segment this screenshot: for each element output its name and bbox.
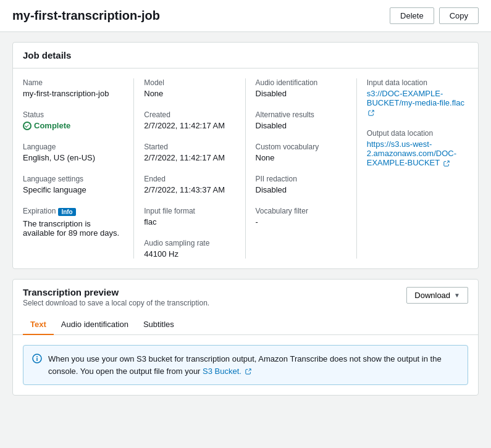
- info-icon: [32, 354, 42, 365]
- tabs-row: Text Audio identification Subtitles: [13, 315, 478, 335]
- job-details-card: Job details Name my-first-transcription-…: [12, 42, 479, 269]
- info-box: When you use your own S3 bucket for tran…: [23, 345, 468, 385]
- model-item: Model None: [144, 78, 235, 98]
- detail-col-2: Model None Created 2/7/2022, 11:42:17 AM…: [134, 78, 245, 259]
- created-label: Created: [144, 110, 235, 119]
- output-location-label: Output data location: [367, 129, 468, 138]
- alt-results-item: Alternative results Disabled: [256, 110, 346, 130]
- input-location-label: Input data location: [367, 78, 468, 87]
- ended-value: 2/7/2022, 11:43:37 AM: [144, 185, 235, 194]
- model-value: None: [144, 89, 235, 98]
- info-text: When you use your own S3 bucket for tran…: [48, 353, 459, 377]
- preview-card-header: Transcription preview Select download to…: [13, 280, 478, 315]
- download-label: Download: [414, 291, 450, 300]
- audio-rate-label: Audio sampling rate: [144, 239, 235, 247]
- header-actions: Delete Copy: [390, 7, 479, 24]
- svg-rect-1: [36, 358, 38, 361]
- output-location-link[interactable]: https://s3.us-west-2.amazonaws.com/DOC-E…: [367, 139, 456, 167]
- tab-content: When you use your own S3 bucket for tran…: [13, 335, 478, 395]
- name-item: Name my-first-transcription-job: [23, 78, 124, 98]
- audio-id-item: Audio identification Disabled: [256, 78, 346, 98]
- svg-point-2: [36, 356, 38, 357]
- model-label: Model: [144, 78, 235, 87]
- s3-bucket-link[interactable]: S3 Bucket.: [203, 367, 251, 376]
- audio-rate-item: Audio sampling rate 44100 Hz: [144, 239, 235, 259]
- tab-text[interactable]: Text: [23, 315, 54, 335]
- started-label: Started: [144, 143, 235, 151]
- transcription-preview-card: Transcription preview Select download to…: [12, 279, 479, 396]
- audio-rate-value: 44100 Hz: [144, 249, 235, 259]
- name-label: Name: [23, 78, 124, 87]
- external-link-icon: [368, 110, 374, 116]
- page-wrapper: my-first-transcription-job Delete Copy J…: [0, 0, 491, 415]
- audio-id-value: Disabled: [256, 89, 346, 98]
- pii-item: PII redaction Disabled: [256, 175, 346, 194]
- expiration-value: The transcription is available for 89 mo…: [23, 219, 124, 238]
- download-button[interactable]: Download ▼: [406, 287, 468, 304]
- pii-value: Disabled: [256, 185, 346, 194]
- header-bar: my-first-transcription-job Delete Copy: [0, 0, 491, 32]
- language-settings-label: Language settings: [23, 175, 124, 183]
- vocab-filter-label: Vocabulary filter: [256, 207, 346, 215]
- custom-vocab-value: None: [256, 153, 346, 162]
- input-format-item: Input file format flac: [144, 207, 235, 226]
- expiration-info-badge[interactable]: Info: [58, 208, 75, 216]
- alt-results-value: Disabled: [256, 121, 346, 130]
- ended-label: Ended: [144, 175, 235, 183]
- audio-id-label: Audio identification: [256, 78, 346, 87]
- language-value: English, US (en-US): [23, 153, 124, 162]
- job-details-card-header: Job details: [13, 43, 478, 68]
- expiration-item: Expiration Info The transcription is ava…: [23, 207, 124, 238]
- input-format-label: Input file format: [144, 207, 235, 215]
- external-link-icon-2: [443, 160, 450, 167]
- input-location-link[interactable]: s3://DOC-EXAMPLE-BUCKET/my-media-file.fl…: [367, 89, 464, 117]
- language-item: Language English, US (en-US): [23, 143, 124, 162]
- expiration-row: Expiration Info: [23, 207, 124, 217]
- page-title: my-first-transcription-job: [12, 9, 160, 23]
- language-settings-value: Specific language: [23, 185, 124, 194]
- job-details-title: Job details: [23, 50, 71, 60]
- job-details-body: Name my-first-transcription-job Status C…: [13, 68, 478, 268]
- tab-subtitles[interactable]: Subtitles: [136, 315, 182, 335]
- custom-vocab-label: Custom vocabulary: [256, 143, 346, 151]
- delete-button[interactable]: Delete: [390, 7, 434, 24]
- output-location-item: Output data location https://s3.us-west-…: [367, 129, 468, 167]
- detail-col-4: Input data location s3://DOC-EXAMPLE-BUC…: [357, 78, 468, 259]
- language-settings-item: Language settings Specific language: [23, 175, 124, 194]
- detail-col-3: Audio identification Disabled Alternativ…: [246, 78, 357, 259]
- input-format-value: flac: [144, 217, 235, 226]
- status-check-icon: [23, 122, 31, 130]
- started-value: 2/7/2022, 11:42:17 AM: [144, 153, 235, 162]
- vocab-filter-item: Vocabulary filter -: [256, 207, 346, 226]
- status-value: Complete: [23, 121, 124, 130]
- preview-subtitle: Select download to save a local copy of …: [23, 299, 209, 307]
- dropdown-arrow-icon: ▼: [454, 292, 460, 299]
- name-value: my-first-transcription-job: [23, 89, 124, 98]
- detail-col-1: Name my-first-transcription-job Status C…: [23, 78, 134, 259]
- status-item: Status Complete: [23, 110, 124, 130]
- details-grid: Name my-first-transcription-job Status C…: [23, 78, 468, 259]
- input-location-item: Input data location s3://DOC-EXAMPLE-BUC…: [367, 78, 468, 117]
- preview-title: Transcription preview: [23, 287, 209, 297]
- preview-title-area: Transcription preview Select download to…: [23, 287, 209, 307]
- pii-label: PII redaction: [256, 175, 346, 183]
- created-item: Created 2/7/2022, 11:42:17 AM: [144, 110, 235, 130]
- content-area: Job details Name my-first-transcription-…: [0, 32, 491, 415]
- created-value: 2/7/2022, 11:42:17 AM: [144, 121, 235, 130]
- alt-results-label: Alternative results: [256, 110, 346, 119]
- s3-external-link-icon: [245, 368, 251, 375]
- language-label: Language: [23, 143, 124, 151]
- started-item: Started 2/7/2022, 11:42:17 AM: [144, 143, 235, 162]
- expiration-label: Expiration: [23, 207, 56, 215]
- ended-item: Ended 2/7/2022, 11:43:37 AM: [144, 175, 235, 194]
- custom-vocab-item: Custom vocabulary None: [256, 143, 346, 162]
- vocab-filter-value: -: [256, 217, 346, 226]
- status-label: Status: [23, 110, 124, 119]
- copy-button[interactable]: Copy: [439, 7, 479, 24]
- tab-audio-identification[interactable]: Audio identification: [54, 315, 136, 335]
